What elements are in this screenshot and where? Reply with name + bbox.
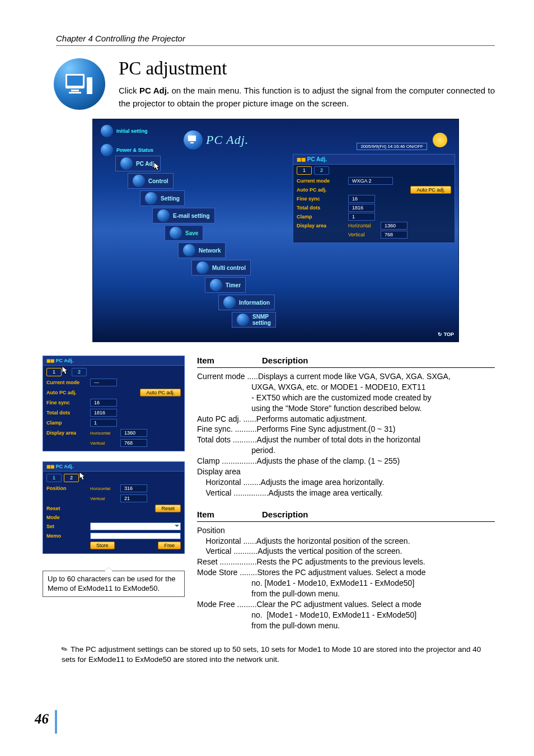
sun-icon <box>433 133 447 147</box>
nav-setting[interactable]: Setting <box>140 190 185 206</box>
fine-sync-value[interactable]: 16 <box>348 195 375 203</box>
table1-body: Current mode .....Displays a current mod… <box>197 371 495 498</box>
gear-icon <box>101 125 113 137</box>
divider <box>56 45 495 46</box>
nav-network[interactable]: Network <box>178 242 226 258</box>
m1-tab-2[interactable]: 2 <box>72 368 87 376</box>
top-link[interactable]: ↻ TOP <box>438 332 454 337</box>
m2-tab-2[interactable]: 2 <box>64 474 79 482</box>
mini-screenshot-2: ◼◼ PC Adj. 1 2 PositionHorizontal316 Ver… <box>43 461 185 554</box>
nav-power[interactable]: Power & Status <box>116 147 153 153</box>
reset-button[interactable]: Reset <box>155 505 181 512</box>
svg-rect-2 <box>71 90 79 91</box>
tab-1[interactable]: 1 <box>297 166 312 175</box>
m1-auto-pc-button[interactable]: Auto PC adj. <box>140 389 181 396</box>
screen-title: PC Adj. <box>206 133 249 147</box>
nav-control[interactable]: Control <box>128 173 174 189</box>
store-button[interactable]: Store <box>90 542 115 549</box>
table2-header: ItemDescription <box>197 510 495 522</box>
nav-info[interactable]: Information <box>218 295 275 310</box>
svg-rect-1 <box>67 76 83 86</box>
table1-header: ItemDescription <box>197 356 495 368</box>
nav-timer[interactable]: Timer <box>205 277 246 293</box>
nav-save[interactable]: Save <box>165 225 203 241</box>
cursor-icon <box>79 472 87 480</box>
cursor-icon <box>62 366 69 375</box>
memo-input[interactable] <box>90 533 181 539</box>
nav-initial[interactable]: Initial setting <box>116 128 148 134</box>
set-dropdown[interactable] <box>90 522 181 530</box>
chapter-header: Chapter 4 Controlling the Projector <box>56 34 495 43</box>
svg-rect-5 <box>188 136 196 141</box>
pcadj-icon <box>184 130 203 150</box>
total-dots-value[interactable]: 1816 <box>348 204 375 212</box>
table2-body: Position Horizontal ......Adjusts the ho… <box>197 525 495 631</box>
footnote: ✎The PC adjustment settings can be store… <box>62 645 495 665</box>
free-button[interactable]: Free <box>158 542 181 549</box>
memo-note: Up to 60 characters can be used for the … <box>43 571 185 597</box>
pencil-icon: ✎ <box>60 643 71 656</box>
cursor-icon <box>153 162 161 171</box>
disp-vert-value[interactable]: 768 <box>381 231 407 239</box>
clock-box: 2005/9/9(Fri) 14:16:46 ON/OFF <box>357 143 427 150</box>
callout-arrow <box>104 567 113 572</box>
svg-rect-6 <box>190 142 194 143</box>
main-screenshot: Initial setting Power & Status PC Adj. 2… <box>92 119 459 342</box>
tab-2[interactable]: 2 <box>314 166 329 175</box>
intro-text: Click PC Adj. on the main menu. This fun… <box>119 85 495 110</box>
panel-title: ◼◼ PC Adj. <box>293 155 455 165</box>
nav-snmp[interactable]: SNMP setting <box>232 312 276 328</box>
m2-tab-1[interactable]: 1 <box>46 474 62 482</box>
pcadj-panel: ◼◼ PC Adj. 1 2 Current modeWXGA 2 Auto P… <box>293 154 455 243</box>
page-title: PC adjustment <box>119 58 495 79</box>
clamp-value[interactable]: 1 <box>348 213 375 221</box>
current-mode-value: WXGA 2 <box>348 177 393 185</box>
svg-rect-4 <box>87 77 92 94</box>
section-icon <box>54 58 105 110</box>
auto-pc-button[interactable]: Auto PC adj. <box>410 186 451 194</box>
svg-rect-3 <box>69 92 81 94</box>
nav-email[interactable]: E-mail setting <box>152 208 215 223</box>
nav-multi[interactable]: Multi control <box>191 260 251 276</box>
mini-screenshot-1: ◼◼ PC Adj. 1 2 Current mode--- Auto PC a… <box>43 356 185 451</box>
disp-horiz-value[interactable]: 1360 <box>381 222 407 230</box>
m1-tab-1[interactable]: 1 <box>46 368 62 376</box>
